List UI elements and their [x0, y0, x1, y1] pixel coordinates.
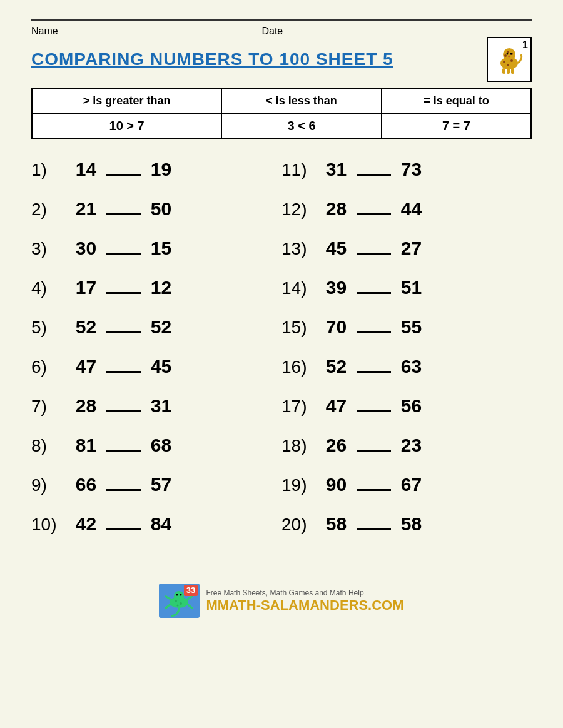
ref-header-greater: > is greater than	[32, 89, 221, 113]
problem-num-a: 58	[316, 513, 357, 535]
left-problem-row: 4) 17 12	[31, 276, 282, 298]
problem-number: 11)	[282, 160, 316, 180]
problem-num-b: 57	[141, 474, 181, 495]
problem-num-a: 17	[66, 277, 106, 298]
problem-blank[interactable]	[106, 395, 141, 412]
svg-point-5	[503, 61, 505, 63]
reference-table: > is greater than < is less than = is eq…	[31, 88, 532, 139]
problems-section: 1) 14 19 2) 21 50 3) 30 15 4) 17 12 5) 5…	[31, 158, 532, 552]
ref-example-equal: 7 = 7	[382, 113, 531, 139]
problem-blank[interactable]	[357, 513, 391, 530]
right-problem-row: 14) 39 51	[282, 276, 532, 298]
problem-num-a: 47	[316, 395, 357, 417]
footer-text-block: Free Math Sheets, Math Games and Math He…	[206, 589, 403, 614]
problem-number: 18)	[282, 436, 316, 456]
problem-num-b: 12	[141, 277, 181, 298]
problem-blank[interactable]	[106, 237, 141, 255]
svg-point-10	[508, 56, 510, 57]
logo-icon	[493, 43, 525, 76]
ref-example-greater: 10 > 7	[32, 113, 221, 139]
problem-num-b: 67	[391, 474, 432, 495]
problem-number: 6)	[31, 357, 66, 377]
svg-point-4	[507, 51, 509, 53]
left-problem-row: 10) 42 84	[31, 513, 282, 535]
left-problem-row: 6) 47 45	[31, 355, 282, 377]
problem-blank[interactable]	[357, 276, 391, 294]
svg-rect-12	[507, 68, 510, 74]
right-problem-row: 18) 26 23	[282, 434, 532, 456]
problem-num-b: 45	[141, 356, 181, 377]
logo-number: 1	[522, 39, 528, 51]
svg-rect-13	[511, 68, 514, 74]
problem-blank[interactable]	[106, 473, 141, 491]
problem-number: 4)	[31, 278, 66, 298]
problem-blank[interactable]	[357, 473, 391, 491]
problem-blank[interactable]	[106, 434, 141, 452]
problem-num-b: 52	[141, 316, 181, 338]
problem-number: 3)	[31, 239, 66, 259]
problem-num-a: 45	[316, 238, 357, 259]
problem-number: 19)	[282, 475, 316, 495]
problem-num-b: 19	[141, 159, 181, 180]
right-problem-row: 17) 47 56	[282, 395, 532, 417]
problem-number: 17)	[282, 397, 316, 417]
problem-blank[interactable]	[106, 513, 141, 530]
problem-blank[interactable]	[357, 158, 391, 176]
footer-salamander-icon: 33	[159, 584, 200, 618]
problem-blank[interactable]	[357, 316, 391, 333]
left-problem-row: 8) 81 68	[31, 434, 282, 456]
page-title: COMPARING NUMBERS TO 100 SHEET 5	[31, 49, 393, 69]
problem-number: 20)	[282, 515, 316, 535]
svg-point-9	[510, 53, 512, 55]
problem-num-a: 52	[66, 316, 106, 338]
right-problem-row: 16) 52 63	[282, 355, 532, 377]
problem-num-a: 14	[66, 159, 106, 180]
problem-number: 1)	[31, 160, 66, 180]
problem-blank[interactable]	[357, 198, 391, 215]
problem-num-b: 58	[391, 513, 432, 535]
svg-point-21	[180, 594, 182, 596]
svg-point-7	[507, 64, 509, 66]
problem-number: 9)	[31, 475, 66, 495]
problem-blank[interactable]	[106, 355, 141, 373]
svg-point-17	[175, 600, 177, 602]
footer-brand: MMATH-SALAMANDERS.COM	[206, 597, 403, 614]
footer-logo: 33 Free Math Sheets, Math Games and Math…	[31, 584, 532, 618]
problem-blank[interactable]	[357, 355, 391, 373]
problem-num-b: 31	[141, 395, 181, 417]
left-problem-row: 9) 66 57	[31, 473, 282, 495]
problem-num-a: 42	[66, 513, 106, 535]
right-problem-row: 20) 58 58	[282, 513, 532, 535]
problem-num-a: 39	[316, 277, 357, 298]
problem-blank[interactable]	[106, 276, 141, 294]
ref-header-less: < is less than	[221, 89, 382, 113]
problem-num-a: 26	[316, 435, 357, 456]
problem-blank[interactable]	[106, 198, 141, 215]
problem-num-a: 70	[316, 316, 357, 338]
problem-blank[interactable]	[106, 316, 141, 333]
problem-number: 10)	[31, 515, 66, 535]
right-problem-row: 19) 90 67	[282, 473, 532, 495]
problem-num-b: 73	[391, 159, 432, 180]
problem-num-a: 90	[316, 474, 357, 495]
problem-num-a: 52	[316, 356, 357, 377]
problem-blank[interactable]	[357, 395, 391, 412]
problem-num-b: 23	[391, 435, 432, 456]
problem-blank[interactable]	[106, 158, 141, 176]
right-problem-row: 11) 31 73	[282, 158, 532, 180]
problem-num-a: 21	[66, 198, 106, 220]
problem-num-a: 66	[66, 474, 106, 495]
problem-num-b: 51	[391, 277, 432, 298]
left-problem-row: 2) 21 50	[31, 198, 282, 220]
problem-num-a: 31	[316, 159, 357, 180]
ref-example-less: 3 < 6	[221, 113, 382, 139]
problem-blank[interactable]	[357, 434, 391, 452]
problem-num-b: 68	[141, 435, 181, 456]
svg-text:33: 33	[186, 585, 195, 595]
right-problem-row: 15) 70 55	[282, 316, 532, 338]
problem-num-b: 27	[391, 238, 432, 259]
svg-point-19	[177, 605, 179, 607]
problem-blank[interactable]	[357, 237, 391, 255]
problem-num-b: 50	[141, 198, 181, 220]
footer-tagline: Free Math Sheets, Math Games and Math He…	[206, 589, 403, 597]
